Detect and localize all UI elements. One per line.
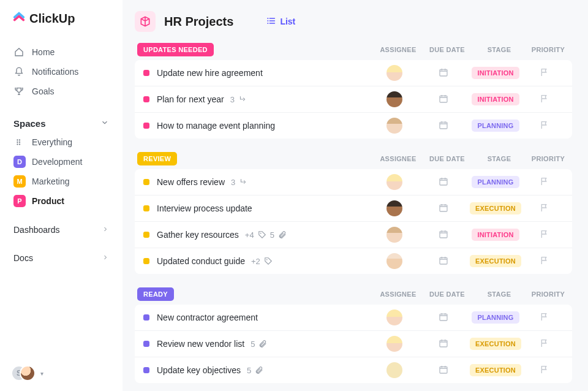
- assignee-cell[interactable]: [370, 65, 419, 81]
- task-group: UPDATES NEEDEDASSIGNEEDUE DATESTAGEPRIOR…: [135, 43, 572, 139]
- duedate-cell[interactable]: [419, 365, 468, 376]
- assignee-cell[interactable]: [370, 253, 419, 269]
- col-stage: STAGE: [472, 155, 527, 162]
- user-switcher[interactable]: S ▾: [9, 363, 114, 384]
- svg-rect-15: [440, 231, 447, 238]
- assignee-cell[interactable]: [370, 227, 419, 243]
- col-duedate: DUE DATE: [423, 155, 472, 162]
- duedate-cell[interactable]: [419, 67, 468, 79]
- duedate-cell[interactable]: [419, 120, 468, 132]
- svg-rect-9: [440, 69, 447, 76]
- assignee-cell[interactable]: [370, 118, 419, 134]
- sidebar-space-marketing[interactable]: MMarketing: [9, 172, 114, 191]
- subtask-icon: [239, 178, 247, 186]
- stage-cell[interactable]: EXECUTION: [468, 338, 523, 350]
- svg-point-1: [19, 139, 20, 140]
- stage-cell[interactable]: INITIATION: [468, 93, 523, 105]
- sidebar-space-development[interactable]: DDevelopment: [9, 152, 114, 172]
- duedate-cell[interactable]: [419, 177, 468, 188]
- calendar-icon: [439, 67, 448, 79]
- priority-cell[interactable]: [523, 177, 566, 188]
- calendar-icon: [439, 229, 448, 241]
- stage-cell[interactable]: INITIATION: [468, 67, 523, 79]
- assignee-avatar: [386, 174, 402, 190]
- assignee-cell[interactable]: [370, 91, 419, 107]
- stage-cell[interactable]: PLANNING: [468, 176, 523, 188]
- task-row[interactable]: Gather key resources+45INITIATION: [135, 221, 572, 248]
- sidebar-docs[interactable]: Docs: [9, 249, 114, 267]
- status-pill[interactable]: UPDATES NEEDED: [137, 43, 214, 56]
- group-header: REVIEWASSIGNEEDUE DATESTAGEPRIORITY: [135, 152, 572, 169]
- status-pill[interactable]: REVIEW: [137, 152, 177, 165]
- stage-badge: PLANNING: [472, 120, 519, 132]
- status-pill[interactable]: READY: [137, 287, 174, 301]
- priority-cell[interactable]: [523, 338, 566, 350]
- grid-icon: [13, 136, 26, 148]
- chevron-right-icon: [102, 253, 109, 263]
- assignee-avatar: [386, 200, 402, 216]
- task-row[interactable]: Update key objectives5EXECUTION: [135, 357, 572, 383]
- priority-cell[interactable]: [523, 67, 566, 79]
- duedate-cell[interactable]: [419, 312, 468, 324]
- assignee-cell[interactable]: [370, 309, 419, 325]
- stage-cell[interactable]: PLANNING: [468, 311, 523, 324]
- sidebar-space-product[interactable]: PProduct: [9, 191, 114, 211]
- svg-rect-19: [440, 340, 447, 347]
- assignee-cell[interactable]: [370, 362, 419, 378]
- priority-cell[interactable]: [523, 94, 566, 105]
- assignee-cell[interactable]: [370, 336, 419, 352]
- duedate-cell[interactable]: [419, 94, 468, 105]
- task-title: Gather key resources: [157, 230, 239, 240]
- nav-home[interactable]: Home: [9, 42, 114, 62]
- col-assignee: ASSIGNEE: [374, 290, 423, 298]
- duedate-cell[interactable]: [419, 203, 468, 214]
- task-row[interactable]: Updated conduct guide+2EXECUTION: [135, 248, 572, 274]
- svg-rect-11: [440, 122, 447, 129]
- spaces-header[interactable]: Spaces: [9, 115, 114, 132]
- status-dot: [143, 314, 149, 321]
- nav-notifications[interactable]: Notifications: [9, 62, 114, 82]
- priority-cell[interactable]: [523, 312, 566, 324]
- stage-badge: EXECUTION: [470, 364, 521, 376]
- duedate-cell[interactable]: [419, 229, 468, 241]
- stage-cell[interactable]: EXECUTION: [468, 255, 523, 267]
- svg-point-5: [19, 143, 20, 145]
- task-row[interactable]: How to manage event planningPLANNING: [135, 112, 572, 139]
- spaces-header-label: Spaces: [13, 118, 46, 129]
- view-label: List: [280, 17, 295, 26]
- duedate-cell[interactable]: [419, 256, 468, 267]
- svg-point-7: [268, 20, 269, 21]
- assignee-cell[interactable]: [370, 174, 419, 190]
- stage-cell[interactable]: EXECUTION: [468, 364, 523, 376]
- attachment-icon: [278, 230, 287, 239]
- task-row[interactable]: Review new vendor list5EXECUTION: [135, 330, 572, 357]
- brand-logo[interactable]: ClickUp: [9, 11, 114, 26]
- task-row[interactable]: Update new hire agreementINITIATION: [135, 60, 572, 86]
- duedate-cell[interactable]: [419, 338, 468, 350]
- priority-cell[interactable]: [523, 203, 566, 214]
- task-row[interactable]: New offers review3PLANNING: [135, 169, 572, 195]
- priority-cell[interactable]: [523, 256, 566, 267]
- nav-label: Goals: [32, 86, 55, 96]
- task-meta: +2: [251, 257, 273, 266]
- task-row[interactable]: Plan for next year3INITIATION: [135, 86, 572, 112]
- flag-icon: [540, 338, 549, 350]
- view-list-tab[interactable]: List: [266, 16, 295, 28]
- stage-cell[interactable]: PLANNING: [468, 120, 523, 132]
- space-label: Product: [32, 196, 64, 206]
- space-badge: P: [13, 195, 26, 207]
- sidebar-everything[interactable]: Everything: [9, 132, 114, 152]
- column-headers: ASSIGNEEDUE DATESTAGEPRIORITY: [374, 155, 570, 162]
- stage-cell[interactable]: EXECUTION: [468, 202, 523, 214]
- sidebar-dashboards[interactable]: Dashboards: [9, 221, 114, 239]
- priority-cell[interactable]: [523, 365, 566, 376]
- priority-cell[interactable]: [523, 120, 566, 132]
- task-row[interactable]: New contractor agreementPLANNING: [135, 305, 572, 330]
- nav-goals[interactable]: Goals: [9, 82, 114, 101]
- svg-rect-20: [440, 366, 447, 373]
- assignee-cell[interactable]: [370, 200, 419, 216]
- space-label: Development: [32, 157, 83, 167]
- stage-cell[interactable]: INITIATION: [468, 229, 523, 241]
- task-row[interactable]: Interview process updateEXECUTION: [135, 195, 572, 221]
- priority-cell[interactable]: [523, 229, 566, 241]
